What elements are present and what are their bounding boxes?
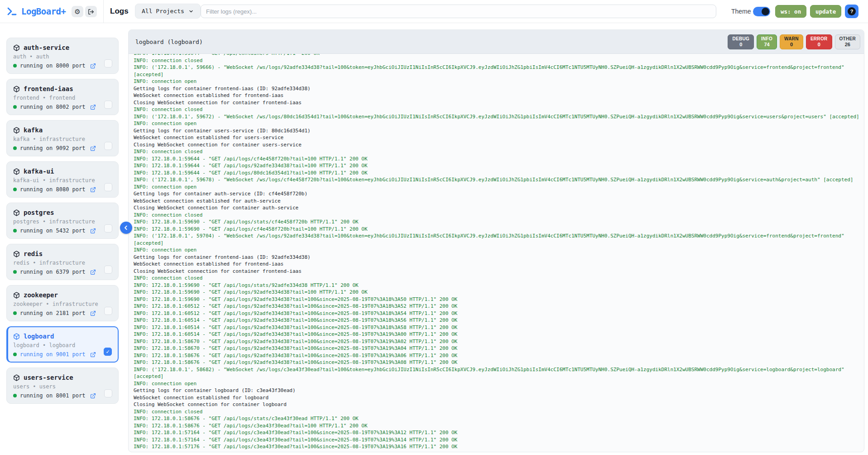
log-line: WebSocket connection established for aut… [134, 198, 864, 205]
project-filter-label: All Projects [142, 8, 184, 15]
service-select-checkbox[interactable]: ✓ [104, 142, 112, 150]
log-line: INFO: 172.18.0.1:58676 - "GET /api/logs/… [134, 352, 864, 359]
external-link-icon[interactable] [90, 393, 96, 399]
help-button[interactable]: ? [845, 5, 858, 18]
external-link-icon[interactable] [90, 104, 96, 110]
log-line: INFO: 172.18.0.1:60514 - "GET /api/logs/… [134, 324, 864, 331]
service-title-row: kafka-ui [13, 168, 113, 175]
service-status-text: running on 5432 port [20, 228, 86, 234]
service-title-row: zookeeper [13, 291, 113, 299]
service-card[interactable]: kafka kafka • infrastructure running on … [6, 120, 119, 156]
log-level-badge[interactable]: INFO 74 [757, 34, 777, 49]
log-filter-input[interactable] [201, 5, 716, 18]
log-level-badge[interactable]: OTHER 26 [835, 34, 861, 49]
top-bar: LogBoard+ ⚙ Logs All Projects Theme ws: … [0, 0, 868, 23]
chevron-down-icon [188, 9, 194, 14]
log-line: INFO: connection closed [134, 275, 864, 282]
service-select-checkbox[interactable]: ✓ [104, 307, 112, 315]
theme-toggle[interactable] [753, 7, 770, 16]
service-card[interactable]: redis redis • infrastructure running on … [6, 244, 119, 280]
header-divider [103, 0, 104, 23]
log-line: Getting logs for container frontend-iaas… [134, 85, 864, 92]
service-select-checkbox[interactable]: ✓ [104, 348, 112, 356]
package-cube-icon [13, 374, 20, 381]
service-select-checkbox[interactable]: ✓ [104, 266, 112, 274]
badge-label: OTHER [839, 36, 856, 42]
log-line: Closing WebSocket connection for contain… [134, 401, 864, 408]
service-title-row: users-service [13, 374, 113, 381]
service-card[interactable]: logboard logboard • logboard running on … [6, 326, 119, 363]
running-status-dot [13, 64, 17, 68]
external-link-icon[interactable] [90, 63, 96, 69]
service-status-row: running on 9092 port [13, 145, 113, 151]
sidebar-collapse-button[interactable] [120, 222, 132, 234]
service-name: zookeeper [24, 291, 58, 299]
external-link-icon[interactable] [90, 352, 96, 358]
service-status-text: running on 8000 port [20, 63, 86, 69]
service-status-row: running on 8080 port [13, 186, 113, 193]
log-line: INFO: connection open [134, 380, 864, 387]
theme-label: Theme [731, 0, 751, 23]
log-line: Closing WebSocket connection for contain… [134, 204, 864, 212]
service-select-checkbox[interactable]: ✓ [104, 389, 112, 397]
log-line: INFO: connection open [134, 120, 864, 127]
log-level-badges: DEBUG 0 INFO 74 WARN 0 ERROR 0 OTHER 26 [728, 34, 860, 49]
badge-count: 0 [732, 42, 749, 48]
service-name: kafka [24, 126, 43, 134]
service-project-subtitle: zookeeper • infrastructure [13, 301, 113, 307]
log-line: INFO: 172.18.0.1:58676 - "GET /api/logs/… [134, 359, 864, 366]
service-status-text: running on 9092 port [20, 145, 86, 151]
log-level-badge[interactable]: DEBUG 0 [728, 34, 754, 49]
external-link-icon[interactable] [90, 228, 96, 234]
external-link-icon[interactable] [90, 269, 96, 275]
log-scroll-area[interactable]: INFO: 172.18.0.1:59644 - "GET /api/conta… [129, 54, 864, 451]
log-line: INFO: 172.18.0.1:59690 - "GET /api/logs/… [134, 289, 864, 296]
log-line: INFO: 172.18.0.1:59690 - "GET /api/logs/… [134, 282, 864, 289]
settings-button[interactable]: ⚙ [72, 6, 83, 17]
log-line: INFO: 172.18.0.1:59690 - "GET /api/logs/… [134, 218, 864, 226]
logout-button[interactable] [85, 6, 97, 17]
service-card[interactable]: frontend-iaas frontend • frontend runnin… [6, 79, 119, 115]
running-status-dot [13, 146, 17, 150]
service-status-row: running on 6379 port [13, 269, 113, 275]
service-project-subtitle: postgres • infrastructure [13, 218, 113, 225]
service-select-checkbox[interactable]: ✓ [104, 183, 112, 191]
service-select-checkbox[interactable]: ✓ [104, 101, 112, 109]
log-level-badge[interactable]: ERROR 0 [806, 34, 832, 49]
log-line: INFO: connection open [134, 184, 864, 191]
service-card[interactable]: users-service users • users running on 8… [6, 368, 119, 404]
websocket-status-button[interactable]: ws: on [775, 5, 806, 18]
package-cube-icon [13, 44, 20, 51]
running-status-dot [13, 229, 17, 232]
package-cube-icon [13, 127, 20, 134]
log-line: INFO: connection open [134, 78, 864, 85]
service-select-checkbox[interactable]: ✓ [104, 224, 112, 232]
log-line: INFO: connection closed [134, 106, 864, 113]
service-status-text: running on 8002 port [20, 104, 86, 110]
log-line: INFO: 172.18.0.1:59644 - "GET /api/logs/… [134, 162, 864, 169]
service-card[interactable]: zookeeper zookeeper • infrastructure run… [6, 285, 119, 321]
log-line: INFO: 172.18.0.1:57164 - "GET /api/logs/… [134, 429, 864, 436]
log-line: INFO: 172.18.0.1:60512 - "GET /api/logs/… [134, 310, 864, 317]
badge-label: WARN [784, 36, 799, 42]
log-line: Closing WebSocket connection for contain… [134, 141, 864, 149]
package-cube-icon [13, 292, 20, 299]
log-line: INFO: 172.18.0.1:59690 - "GET /api/logs/… [134, 226, 864, 233]
external-link-icon[interactable] [90, 187, 96, 193]
service-status-row: running on 5432 port [13, 228, 113, 234]
update-button[interactable]: update [810, 5, 841, 18]
log-line: INFO: 172.18.0.1:58670 - "GET /api/logs/… [134, 345, 864, 352]
running-status-dot [13, 270, 17, 274]
project-filter-dropdown[interactable]: All Projects [135, 4, 201, 19]
badge-label: ERROR [810, 36, 828, 42]
log-line: INFO: connection closed [134, 148, 864, 155]
service-select-checkbox[interactable]: ✓ [104, 59, 112, 68]
log-level-badge[interactable]: WARN 0 [780, 34, 803, 49]
terminal-prompt-icon [6, 6, 17, 17]
external-link-icon[interactable] [90, 145, 96, 151]
external-link-icon[interactable] [90, 310, 96, 316]
service-title-row: kafka [13, 126, 113, 134]
service-card[interactable]: kafka-ui kafka-ui • infrastructure runni… [6, 161, 119, 198]
service-card[interactable]: auth-service auth • auth running on 8000… [6, 38, 119, 74]
service-card[interactable]: postgres postgres • infrastructure runni… [6, 203, 119, 239]
